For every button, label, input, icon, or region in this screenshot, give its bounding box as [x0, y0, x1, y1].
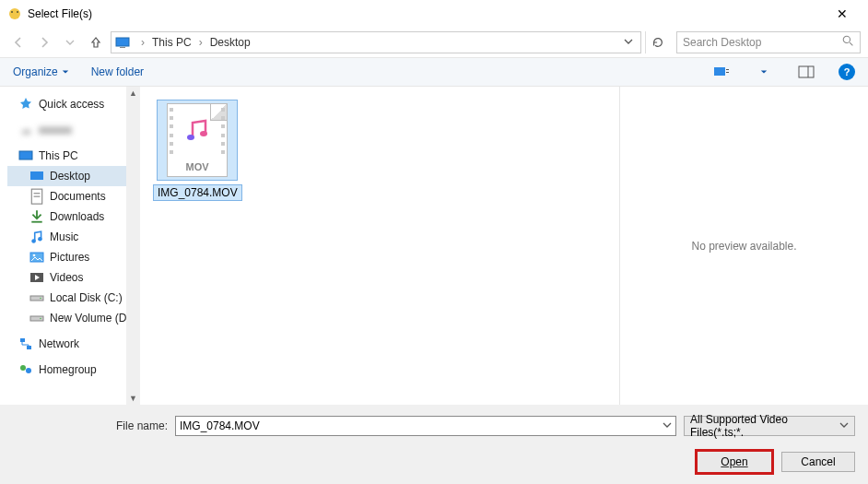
breadcrumb-desktop[interactable]: Desktop: [210, 36, 251, 49]
recent-locations-dropdown[interactable]: [59, 31, 81, 53]
search-input[interactable]: Search Desktop: [676, 31, 861, 53]
new-folder-label: New folder: [91, 65, 144, 78]
open-label: Open: [721, 455, 747, 468]
preview-pane: No preview available.: [619, 87, 868, 405]
svg-point-2: [17, 11, 18, 13]
svg-point-19: [38, 237, 42, 242]
svg-rect-9: [726, 72, 729, 73]
refresh-button[interactable]: [645, 31, 669, 53]
breadcrumb-this-pc[interactable]: This PC: [152, 36, 192, 49]
sidebar-desktop[interactable]: Desktop: [7, 166, 140, 186]
chevron-right-icon: ›: [199, 36, 203, 49]
up-button[interactable]: [85, 31, 107, 53]
chevron-right-icon: ›: [141, 36, 145, 49]
sidebar-network[interactable]: Network: [7, 334, 140, 354]
svg-rect-7: [714, 67, 725, 76]
address-dropdown[interactable]: [620, 36, 637, 49]
filter-label: All Supported Video Files(*.ts;*.: [690, 413, 839, 439]
file-name-label: File name:: [13, 419, 168, 432]
organize-button[interactable]: Organize: [13, 65, 69, 78]
svg-rect-28: [27, 346, 31, 349]
svg-point-26: [40, 318, 41, 320]
svg-rect-4: [120, 47, 125, 48]
svg-rect-13: [30, 171, 43, 180]
file-list[interactable]: MOV IMG_0784.MOV: [140, 87, 619, 405]
help-button[interactable]: ?: [839, 64, 855, 80]
this-pc-icon: [18, 149, 33, 162]
sidebar-pictures[interactable]: Pictures: [7, 247, 140, 267]
downloads-icon: [29, 210, 44, 223]
sidebar-local-disk[interactable]: Local Disk (C:): [7, 288, 140, 308]
svg-rect-3: [116, 38, 129, 46]
pictures-icon: [29, 251, 44, 264]
sidebar-documents[interactable]: Documents: [7, 186, 140, 207]
file-type-filter[interactable]: All Supported Video Files(*.ts;*.: [684, 416, 855, 436]
file-name-value: IMG_0784.MOV: [180, 419, 260, 432]
svg-point-32: [200, 131, 207, 136]
sidebar-quick-access[interactable]: Quick access: [7, 94, 140, 114]
titlebar: Select File(s) ✕: [0, 0, 868, 28]
filename-dropdown[interactable]: [663, 419, 672, 432]
svg-rect-25: [30, 316, 43, 321]
svg-point-31: [187, 135, 194, 140]
new-folder-button[interactable]: New folder: [91, 65, 144, 78]
navbar: › This PC › Desktop Search Desktop: [0, 28, 868, 57]
svg-point-21: [33, 254, 36, 257]
search-icon: [842, 35, 854, 50]
sidebar: Quick access ☁ xxxxxx This PC Desktop Do…: [0, 87, 140, 405]
music-icon: [29, 230, 44, 243]
forward-button[interactable]: [33, 31, 55, 53]
svg-point-29: [20, 365, 26, 371]
main: Quick access ☁ xxxxxx This PC Desktop Do…: [0, 87, 868, 405]
svg-rect-8: [726, 69, 729, 70]
view-mode-button[interactable]: [711, 63, 732, 81]
homegroup-icon: [18, 363, 33, 376]
footer: File name: IMG_0784.MOV All Supported Vi…: [0, 405, 868, 484]
svg-point-24: [40, 298, 41, 300]
svg-rect-12: [19, 151, 32, 159]
sidebar-this-pc[interactable]: This PC: [7, 146, 140, 166]
svg-point-30: [26, 368, 31, 373]
sidebar-downloads[interactable]: Downloads: [7, 207, 140, 227]
cancel-label: Cancel: [801, 455, 835, 468]
file-name-input[interactable]: IMG_0784.MOV: [175, 416, 676, 436]
sidebar-scrollbar[interactable]: ▲ ▼: [126, 87, 140, 405]
view-dropdown[interactable]: [754, 63, 774, 81]
file-thumbnail: MOV: [157, 100, 238, 181]
sidebar-new-volume[interactable]: New Volume (D:): [7, 308, 140, 328]
toolbar: Organize New folder ?: [0, 57, 868, 87]
filter-dropdown-icon: [839, 419, 849, 432]
file-item[interactable]: MOV IMG_0784.MOV: [153, 100, 241, 201]
this-pc-icon: [115, 37, 130, 48]
cancel-button[interactable]: Cancel: [781, 452, 855, 472]
preview-empty-text: No preview available.: [691, 240, 796, 253]
close-button[interactable]: ✕: [824, 6, 861, 21]
network-icon: [18, 337, 33, 350]
sidebar-cloud-item[interactable]: ☁ xxxxxx: [7, 120, 140, 140]
sidebar-videos[interactable]: Videos: [7, 267, 140, 288]
desktop-icon: [29, 170, 44, 183]
window-title: Select File(s): [28, 7, 824, 20]
file-badge: MOV: [168, 161, 227, 172]
back-button[interactable]: [7, 31, 29, 53]
drive-icon: [29, 312, 44, 325]
app-icon: [7, 6, 22, 21]
svg-rect-27: [20, 338, 25, 342]
search-placeholder: Search Desktop: [683, 36, 761, 49]
scroll-down-icon: ▼: [129, 394, 137, 403]
preview-pane-button[interactable]: [796, 63, 816, 81]
scroll-up-icon: ▲: [129, 89, 137, 98]
open-button[interactable]: Open: [695, 449, 774, 475]
svg-rect-10: [799, 66, 814, 77]
organize-label: Organize: [13, 65, 58, 78]
address-bar[interactable]: › This PC › Desktop: [111, 31, 641, 53]
svg-point-0: [9, 8, 20, 19]
svg-point-1: [11, 11, 13, 13]
cloud-icon: ☁: [18, 124, 33, 136]
svg-point-18: [31, 239, 36, 243]
sidebar-homegroup[interactable]: Homegroup: [7, 360, 140, 380]
documents-icon: [29, 190, 44, 203]
svg-line-6: [850, 42, 852, 45]
videos-icon: [29, 271, 44, 284]
sidebar-music[interactable]: Music: [7, 227, 140, 247]
